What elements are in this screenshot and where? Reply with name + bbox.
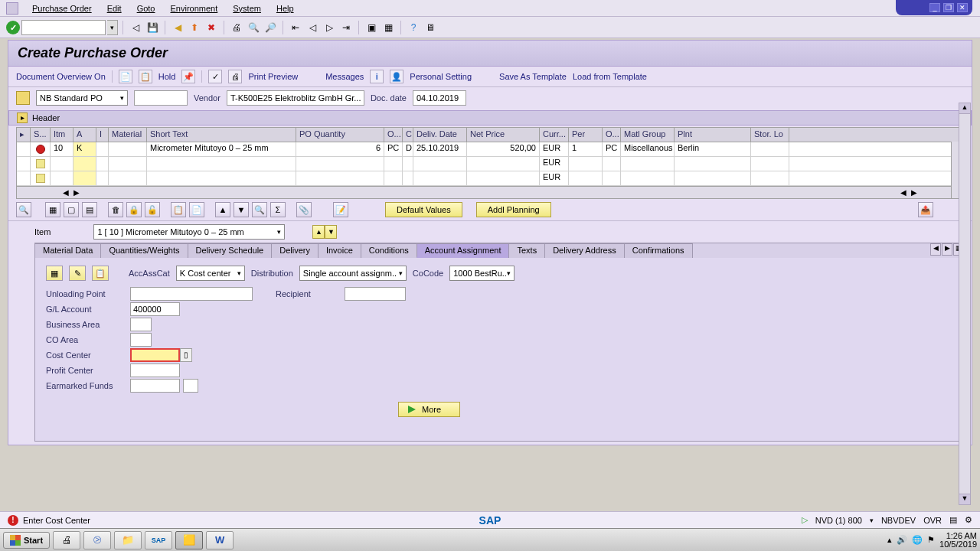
item-expand-icon[interactable] xyxy=(16,226,28,238)
first-page-icon[interactable]: ⇤ xyxy=(288,20,303,35)
prev-item-icon[interactable]: ▲ xyxy=(312,225,325,239)
tab-texts[interactable]: Texts xyxy=(508,243,545,258)
table-row[interactable]: EUR xyxy=(17,171,963,186)
print-icon[interactable]: 🖨 xyxy=(229,20,244,35)
paste-icon[interactable]: 📄 xyxy=(189,202,204,217)
check-icon[interactable]: ✓ xyxy=(208,70,222,83)
filter-icon[interactable]: ▤ xyxy=(82,202,97,217)
row-selector[interactable] xyxy=(36,174,45,183)
header-section-toggle[interactable]: ▸ Header xyxy=(8,110,972,126)
tab-delivery[interactable]: Delivery xyxy=(271,243,318,258)
print-preview-button[interactable]: Print Preview xyxy=(248,72,298,81)
cost-center-search-help-icon[interactable]: ▯ xyxy=(180,348,192,362)
detail-icon[interactable]: 🔍 xyxy=(16,202,31,217)
menu-goto[interactable]: Goto xyxy=(129,2,163,15)
info-icon[interactable]: i xyxy=(370,70,384,83)
col-itm[interactable]: Itm xyxy=(51,128,74,142)
tab-account-assignment[interactable]: Account Assignment xyxy=(416,243,510,258)
tab-conditions[interactable]: Conditions xyxy=(361,243,417,258)
notes-icon[interactable]: 📝 xyxy=(333,202,348,217)
col-price[interactable]: Net Price xyxy=(467,128,540,142)
export-icon[interactable]: 📤 xyxy=(918,202,933,217)
col-matl[interactable]: Matl Group xyxy=(621,128,675,142)
minimize-button[interactable]: _ xyxy=(929,3,940,12)
system-info[interactable]: NVD (1) 800 xyxy=(815,516,862,525)
deselect-icon[interactable]: ▢ xyxy=(64,202,79,217)
shortcut-icon[interactable]: ▦ xyxy=(381,20,396,35)
find-icon[interactable]: 🔍 xyxy=(252,202,267,217)
settings-icon[interactable]: ⚙ xyxy=(965,515,972,525)
col-opu[interactable]: O... xyxy=(603,128,621,142)
col-plnt[interactable]: Plnt xyxy=(675,128,751,142)
sort-asc-icon[interactable]: ▲ xyxy=(215,202,230,217)
back-icon[interactable]: ◁ xyxy=(128,20,143,35)
command-dropdown[interactable]: ▾ xyxy=(107,20,118,35)
menu-system[interactable]: System xyxy=(225,2,269,15)
taskbar-printer[interactable]: 🖨 xyxy=(53,531,80,549)
doc-type-select[interactable]: NB Standard PO▾ xyxy=(36,90,128,106)
unlock-icon[interactable]: 🔓 xyxy=(145,202,160,217)
back-icon[interactable]: ◀ xyxy=(170,20,185,35)
tab-delivery-address[interactable]: Delivery Address xyxy=(544,243,625,258)
cost-center-field[interactable] xyxy=(130,348,180,362)
print-preview-icon[interactable]: 🖨 xyxy=(228,70,242,83)
scroll-right-icon[interactable]: ▶ xyxy=(911,188,917,197)
app-menu-icon[interactable] xyxy=(6,2,18,15)
earmarked-funds-field[interactable] xyxy=(130,379,180,393)
tray-network-icon[interactable]: 🌐 xyxy=(912,535,923,545)
col-c[interactable]: C xyxy=(403,128,413,142)
sort-desc-icon[interactable]: ▼ xyxy=(234,202,249,217)
aa-edit-icon[interactable]: ✎ xyxy=(69,266,86,281)
help-icon[interactable]: ? xyxy=(406,20,421,35)
layout-icon[interactable]: 🖥 xyxy=(423,20,438,35)
table-row[interactable]: EUR xyxy=(17,157,963,171)
expand-header-icon[interactable]: ▸ xyxy=(17,112,28,123)
row-selector[interactable] xyxy=(36,159,45,168)
taskbar-explorer[interactable]: 📁 xyxy=(114,531,142,549)
save-template-button[interactable]: Save As Template xyxy=(499,72,567,81)
vendor-field[interactable] xyxy=(227,90,364,106)
acc-ass-cat-select[interactable]: K Cost center▾ xyxy=(176,266,245,281)
table-row[interactable]: 10 K Micrometer Mitutoyo 0 – 25 mm 6 PC … xyxy=(17,142,963,157)
command-field[interactable] xyxy=(21,20,106,35)
document-overview-button[interactable]: Document Overview On xyxy=(16,72,106,81)
tab-delivery-schedule[interactable]: Delivery Schedule xyxy=(188,243,273,258)
col-material[interactable]: Material xyxy=(109,128,147,142)
earmarked-funds-item-field[interactable] xyxy=(183,379,198,393)
col-a[interactable]: A xyxy=(74,128,96,142)
scroll-right-icon[interactable]: ▶ xyxy=(74,188,80,197)
find-next-icon[interactable]: 🔎 xyxy=(263,20,278,35)
save-icon[interactable]: 💾 xyxy=(145,20,160,35)
default-values-button[interactable]: Default Values xyxy=(385,202,462,217)
col-status[interactable]: S... xyxy=(31,128,51,142)
po-number-field[interactable] xyxy=(134,90,188,106)
grid-hscroll[interactable]: ◀ ▶ ◀ ▶ xyxy=(17,186,963,198)
find-icon[interactable]: 🔍 xyxy=(246,20,261,35)
unloading-point-field[interactable] xyxy=(130,287,253,301)
other-po-icon[interactable]: 📋 xyxy=(139,70,152,83)
park-icon[interactable]: 📌 xyxy=(181,70,195,83)
next-item-icon[interactable]: ▼ xyxy=(325,225,337,239)
restore-button[interactable]: ❐ xyxy=(943,3,954,12)
tab-confirmations[interactable]: Confirmations xyxy=(624,243,693,258)
menu-help[interactable]: Help xyxy=(269,2,302,15)
exit-icon[interactable]: ⬆ xyxy=(187,20,202,35)
play-icon[interactable]: ▷ xyxy=(802,515,808,525)
business-area-field[interactable] xyxy=(130,318,152,331)
scroll-down-icon[interactable]: ▼ xyxy=(959,494,970,504)
addl-planning-button[interactable]: Addl Planning xyxy=(476,202,551,217)
delete-icon[interactable]: 🗑 xyxy=(108,202,123,217)
aa-table-icon[interactable]: ▦ xyxy=(46,266,63,281)
col-curr[interactable]: Curr... xyxy=(540,128,569,142)
tray-flag-icon[interactable]: ⚑ xyxy=(927,535,935,545)
profit-center-field[interactable] xyxy=(130,364,180,377)
tray-clock[interactable]: 1:26 AM 10/5/2019 xyxy=(939,532,977,549)
tray-volume-icon[interactable]: 🔊 xyxy=(897,535,907,545)
doc-date-field[interactable] xyxy=(413,90,466,106)
menu-edit[interactable]: Edit xyxy=(100,2,129,15)
main-vscroll[interactable]: ▲ ▼ xyxy=(959,103,971,505)
personal-setting-icon[interactable]: 👤 xyxy=(390,70,403,83)
close-button[interactable]: ✕ xyxy=(957,3,968,12)
gl-account-field[interactable] xyxy=(130,302,180,316)
tray-expand-icon[interactable]: ▴ xyxy=(887,535,892,545)
